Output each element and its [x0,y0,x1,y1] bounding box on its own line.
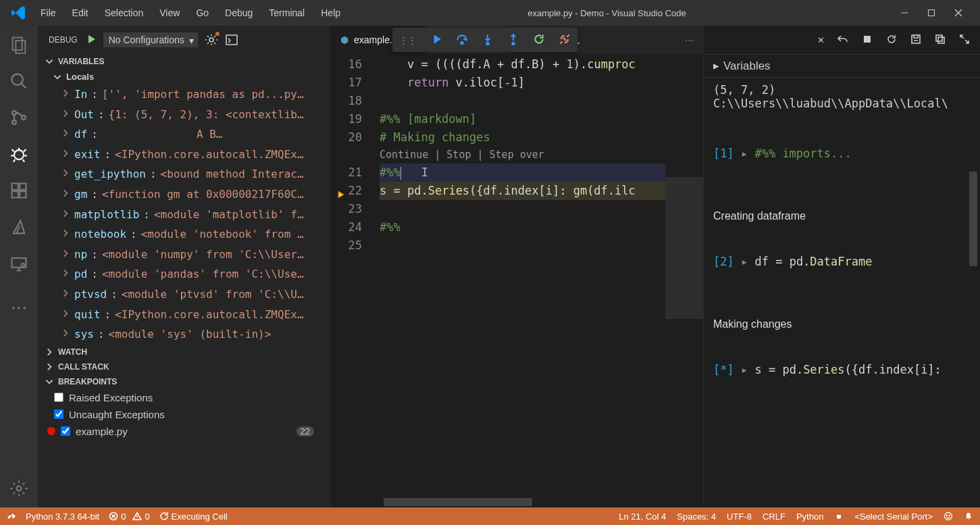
feedback-icon[interactable] [944,511,953,521]
var-row[interactable]: notebook:<module 'notebook' from … [38,224,330,245]
status-serial-port[interactable]: <Select Serial Port> [854,511,933,522]
callstack-section[interactable]: CALL STACK [38,359,330,374]
svg-rect-10 [12,191,18,197]
breakpoint-uncaught[interactable]: Uncaught Exceptions [38,406,330,423]
var-row[interactable]: Out:{1: (5, 7, 2), 3: <contextlib… [38,105,330,125]
interrupt-icon[interactable] [861,33,873,47]
svg-point-17 [17,486,22,491]
breakpoints-section[interactable]: BREAKPOINTS [38,374,330,389]
undo-icon[interactable] [837,33,849,47]
close-icon[interactable]: ✕ [817,35,825,45]
menu-view[interactable]: View [151,2,188,24]
code[interactable]: v = ((((df.A + df.B) + 1).cumproc return… [380,54,665,507]
more-actions-icon[interactable]: ⋯ [685,35,694,45]
status-eol[interactable]: CRLF [763,511,785,522]
debug-toolbar[interactable]: ⋮⋮ [392,28,577,52]
breakpoint-file[interactable]: example.py 22 [38,423,330,440]
var-row[interactable]: df:A B… [38,124,330,145]
menu-selection[interactable]: Selection [97,2,152,24]
save-icon[interactable] [910,33,922,47]
extensions-icon[interactable] [9,181,28,200]
step-over-icon[interactable] [456,33,468,47]
bell-icon[interactable] [964,511,973,521]
chevron-right-icon [61,226,70,235]
var-row[interactable]: get_ipython:<bound method Interac… [38,164,330,184]
chevron-down-icon [53,72,62,82]
status-executing[interactable]: Executing Cell [159,511,228,522]
svg-point-18 [209,38,213,42]
codelens[interactable]: Continue | Stop | Step over [380,147,665,164]
var-row[interactable]: matplotlib:<module 'matplotlib' f… [38,205,330,225]
vscode-logo-icon [11,5,27,21]
status-problems[interactable]: 0 0 [109,511,149,522]
locals-scope[interactable]: Locals [38,69,330,84]
status-encoding[interactable]: UTF-8 [727,511,752,522]
interactive-cell[interactable]: [2] ▸ df = pd.DataFrame [704,243,980,280]
status-spaces[interactable]: Spaces: 4 [677,511,716,522]
var-row[interactable]: np:<module 'numpy' from 'C:\\User… [38,245,330,265]
breakpoint-raised[interactable]: Raised Exceptions [38,389,330,406]
menu-help[interactable]: Help [313,2,349,24]
gear-icon[interactable] [205,33,218,47]
var-row[interactable]: In:['', 'import pandas as pd...py… [38,84,330,105]
svg-point-33 [949,515,950,516]
maximize-icon[interactable] [926,7,937,18]
var-row[interactable]: pd:<module 'pandas' from 'C:\\Use… [38,264,330,284]
azure-icon[interactable] [9,218,28,236]
minimize-icon[interactable] [899,7,910,18]
var-row[interactable]: exit:<IPython.core.autocall.ZMQEx… [38,145,330,165]
close-icon[interactable] [953,7,964,18]
svg-point-25 [512,43,514,45]
var-row[interactable]: sys:<module 'sys' (built-in)> [38,324,330,345]
scrollbar[interactable] [969,57,977,395]
drag-grip-icon[interactable]: ⋮⋮ [399,35,417,45]
status-lang[interactable]: Python [796,511,823,522]
horizontal-scrollbar[interactable] [384,498,665,506]
restart-kernel-icon[interactable] [885,33,898,47]
remote-icon[interactable] [9,254,28,273]
interactive-variables-header[interactable]: ▸ Variables [704,54,980,78]
text-cursor [401,167,401,180]
step-out-icon[interactable] [507,33,519,47]
variables-section[interactable]: VARIABLES [38,54,330,69]
settings-gear-icon[interactable] [9,479,28,498]
svg-rect-8 [12,184,18,190]
checkbox[interactable] [54,409,63,419]
interactive-cell[interactable]: [*] ▸ s = pd.Series({df.index[i]: [704,351,980,389]
copy-icon[interactable] [934,33,946,47]
continue-icon[interactable] [430,33,442,47]
debug-config-select[interactable]: No Configurations ▾ [103,32,198,47]
search-icon[interactable] [9,72,28,91]
status-python[interactable]: Python 3.7.3 64-bit [26,511,99,522]
chevron-right-icon [61,86,70,95]
status-lncol[interactable]: Ln 21, Col 4 [619,511,666,522]
interactive-cell[interactable]: [1] ▸ #%% imports... [704,134,980,172]
remote-status-icon[interactable] [7,511,16,521]
var-row[interactable]: quit:<IPython.core.autocall.ZMQEx… [38,305,330,325]
watch-section[interactable]: WATCH [38,345,330,359]
more-icon[interactable] [9,299,28,318]
var-row[interactable]: ptvsd:<module 'ptvsd' from 'C:\\U… [38,284,330,305]
menu-file[interactable]: File [32,2,64,24]
debug-icon[interactable] [9,145,28,164]
restart-icon[interactable] [533,33,545,47]
menu-edit[interactable]: Edit [64,2,97,24]
disconnect-icon[interactable] [559,33,571,47]
minimap-slider[interactable] [665,177,703,319]
plug-icon[interactable] [834,511,844,521]
menu-go[interactable]: Go [188,2,217,24]
minimap[interactable] [665,54,703,507]
checkbox[interactable] [54,393,63,402]
checkbox[interactable] [61,426,70,436]
menu-terminal[interactable]: Terminal [261,2,313,24]
source-control-icon[interactable] [9,108,28,127]
step-into-icon[interactable] [482,33,494,47]
debug-console-icon[interactable] [225,33,238,47]
start-debug-icon[interactable] [86,34,97,47]
explorer-icon[interactable] [9,35,28,54]
menu-debug[interactable]: Debug [217,2,261,24]
var-row[interactable]: gm:<function gm at 0x00000217F60C… [38,184,330,205]
expand-icon[interactable] [958,33,971,47]
editor-body[interactable]: 16 17 18 19 20 21 22 23 24 25 v = ((((df… [331,54,703,507]
chevron-right-icon [45,362,54,372]
